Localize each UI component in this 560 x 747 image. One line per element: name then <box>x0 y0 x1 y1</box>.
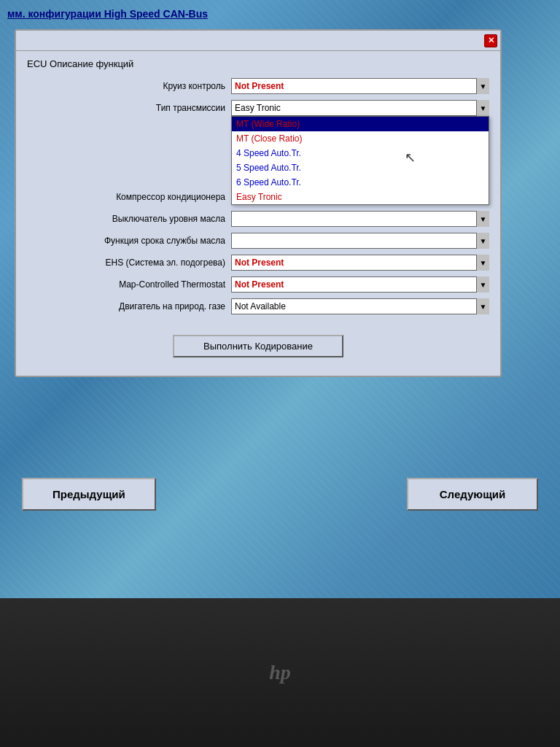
title-bar: мм. конфигурации High Speed CAN-Bus <box>0 0 560 28</box>
select-ehs[interactable]: Not Present <box>231 255 489 271</box>
window-title: мм. конфигурации High Speed CAN-Bus <box>7 8 208 20</box>
close-button[interactable]: ✕ <box>484 34 497 47</box>
ecu-header: ECU Описание функций <box>27 58 489 69</box>
label-oil-life: Функция срока службы масла <box>27 236 231 246</box>
select-wrapper-thermostat[interactable]: Not Present ▼ <box>231 276 489 293</box>
screen-area: мм. конфигурации High Speed CAN-Bus ✕ EC… <box>0 0 560 598</box>
next-button[interactable]: Следующий <box>407 478 538 511</box>
label-compressor: Компрессор кондиционера <box>27 192 231 202</box>
form-row-oil-life: Функция срока службы масла ▼ <box>27 233 489 249</box>
form-row-transmission: Тип трансмиссии Easy Tronic ▼ MT (Wide R… <box>27 100 489 116</box>
select-thermostat[interactable]: Not Present <box>231 276 489 293</box>
dropdown-item-4[interactable]: 6 Speed Auto.Tr. <box>232 175 489 190</box>
dropdown-item-5[interactable]: Easy Tronic <box>232 190 489 204</box>
select-wrapper-oil-life[interactable]: ▼ <box>231 233 489 249</box>
hp-logo: hp <box>269 661 291 684</box>
select-gas-engine[interactable]: Not Available <box>231 298 489 314</box>
label-cruise: Круиз контроль <box>27 81 231 91</box>
label-ehs: EHS (Система эл. подогрева) <box>27 258 231 268</box>
select-wrapper-gas-engine[interactable]: Not Available ▼ <box>231 298 489 314</box>
dropdown-item-1[interactable]: MT (Close Ratio) <box>232 131 489 146</box>
label-oil-switch: Выключатель уровня масла <box>27 214 231 224</box>
encode-button[interactable]: Выполнить Кодирование <box>173 335 343 357</box>
select-oil-switch[interactable] <box>231 211 489 227</box>
dialog-body: ECU Описание функций Круиз контроль Not … <box>16 51 500 376</box>
dropdown-item-0[interactable]: MT (Wide Ratio) <box>232 117 489 131</box>
prev-button[interactable]: Предыдущий <box>22 478 156 511</box>
form-row-thermostat: Map-Controlled Thermostat Not Present ▼ <box>27 276 489 293</box>
select-wrapper-ehs[interactable]: Not Present ▼ <box>231 255 489 271</box>
dropdown-item-3[interactable]: 5 Speed Auto.Tr. <box>232 160 489 175</box>
button-section: Выполнить Кодирование <box>27 320 489 365</box>
select-transmission[interactable]: Easy Tronic <box>231 100 489 116</box>
laptop-bezel: hp <box>0 598 560 747</box>
label-gas-engine: Двигатель на природ. газе <box>27 301 231 311</box>
form-row-ehs: EHS (Система эл. подогрева) Not Present … <box>27 255 489 271</box>
form-row-oil-switch: Выключатель уровня масла ▼ <box>27 211 489 227</box>
select-wrapper-oil-switch[interactable]: ▼ <box>231 211 489 227</box>
select-cruise[interactable]: Not Present <box>231 78 489 94</box>
form-row-gas-engine: Двигатель на природ. газе Not Available … <box>27 298 489 314</box>
transmission-dropdown[interactable]: MT (Wide Ratio) MT (Close Ratio) 4 Speed… <box>231 116 489 205</box>
label-thermostat: Map-Controlled Thermostat <box>27 279 231 290</box>
select-wrapper-transmission[interactable]: Easy Tronic ▼ MT (Wide Ratio) MT (Close … <box>231 100 489 116</box>
dropdown-item-2[interactable]: 4 Speed Auto.Tr. <box>232 146 489 160</box>
bottom-nav: Предыдущий Следующий <box>0 478 560 511</box>
select-wrapper-cruise[interactable]: Not Present ▼ <box>231 78 489 94</box>
form-row-cruise: Круиз контроль Not Present ▼ <box>27 78 489 94</box>
dialog-titlebar: ✕ <box>16 31 500 51</box>
dialog-window: ✕ ECU Описание функций Круиз контроль No… <box>15 29 502 377</box>
select-oil-life[interactable] <box>231 233 489 249</box>
label-transmission: Тип трансмиссии <box>27 103 231 113</box>
